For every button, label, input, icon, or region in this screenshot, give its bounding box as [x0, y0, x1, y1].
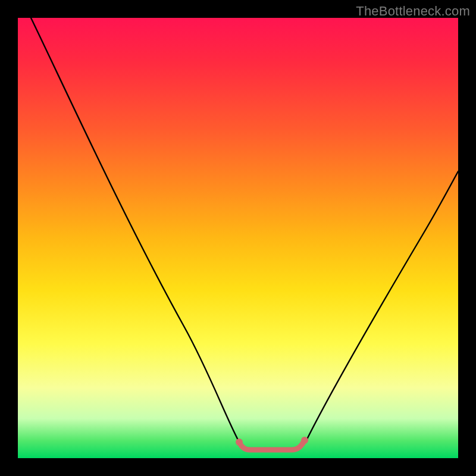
watermark-text: TheBottleneck.com: [356, 4, 470, 19]
marker-band: [239, 440, 305, 450]
plot-area: [18, 18, 458, 458]
main-curve: [31, 18, 458, 451]
chart-frame: TheBottleneck.com: [0, 0, 476, 476]
bottleneck-curve-svg: [18, 18, 458, 458]
marker-dot-right: [301, 437, 308, 444]
marker-dot-left: [236, 439, 243, 446]
